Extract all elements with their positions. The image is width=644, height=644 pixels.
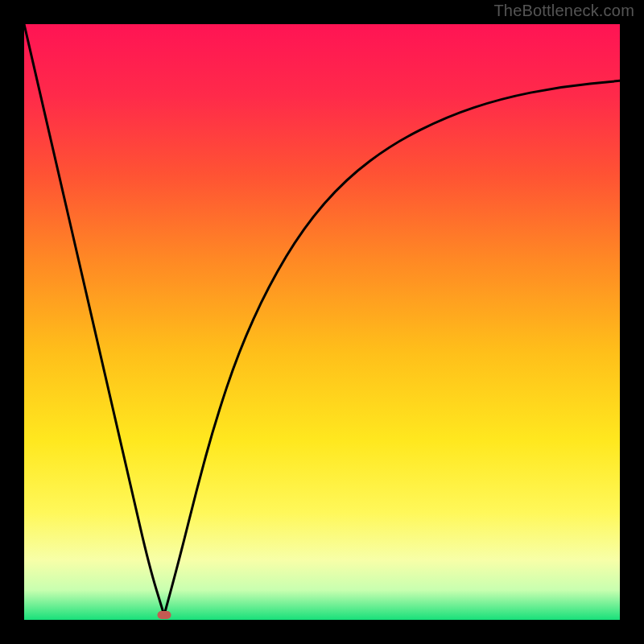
plot-area xyxy=(24,24,620,620)
bottleneck-curve xyxy=(24,24,620,615)
watermark-text: TheBottleneck.com xyxy=(493,2,634,20)
chart-frame: TheBottleneck.com xyxy=(0,0,644,644)
minimum-marker xyxy=(157,611,171,619)
curve-layer xyxy=(24,24,620,620)
